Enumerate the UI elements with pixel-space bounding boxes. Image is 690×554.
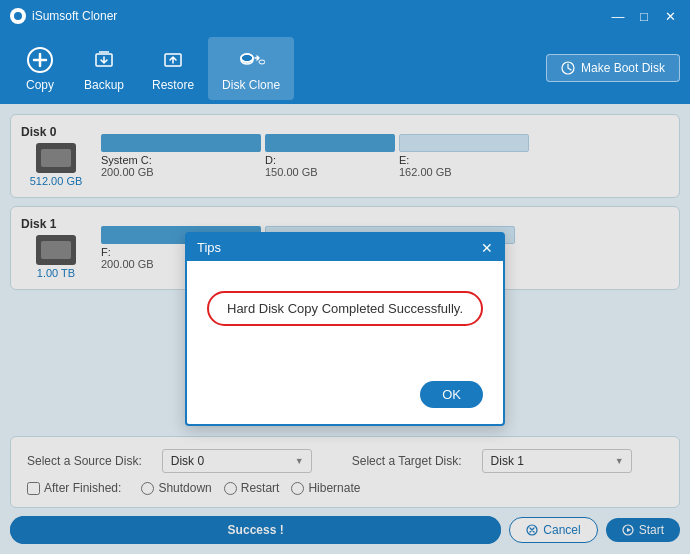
modal-footer: OK [187, 381, 503, 424]
toolbar-restore[interactable]: Restore [138, 37, 208, 100]
ok-button[interactable]: OK [420, 381, 483, 408]
toolbar: Copy Backup Restore [0, 32, 690, 104]
maximize-button[interactable]: □ [634, 6, 654, 26]
toolbar-copy[interactable]: Copy [10, 37, 70, 100]
svg-point-7 [259, 60, 265, 64]
toolbar-backup[interactable]: Backup [70, 37, 138, 100]
window-controls: — □ ✕ [608, 6, 680, 26]
disk-clone-icon [236, 45, 266, 75]
tips-modal: Tips ✕ Hard Disk Copy Completed Successf… [185, 232, 505, 426]
disk-clone-label: Disk Clone [222, 78, 280, 92]
modal-header: Tips ✕ [187, 234, 503, 261]
close-button[interactable]: ✕ [660, 6, 680, 26]
minimize-button[interactable]: — [608, 6, 628, 26]
svg-point-0 [14, 12, 22, 20]
backup-label: Backup [84, 78, 124, 92]
restore-icon [158, 45, 188, 75]
modal-message: Hard Disk Copy Completed Successfully. [207, 291, 483, 326]
copy-label: Copy [26, 78, 54, 92]
title-bar: iSumsoft Cloner — □ ✕ [0, 0, 690, 32]
make-boot-icon [561, 61, 575, 75]
modal-body: Hard Disk Copy Completed Successfully. [187, 261, 503, 381]
modal-title: Tips [197, 240, 221, 255]
app-title: iSumsoft Cloner [32, 9, 608, 23]
make-boot-label: Make Boot Disk [581, 61, 665, 75]
main-content: Disk 0 512.00 GB System C: 200.00 GB D: … [0, 104, 690, 554]
make-boot-button[interactable]: Make Boot Disk [546, 54, 680, 82]
restore-label: Restore [152, 78, 194, 92]
backup-icon [89, 45, 119, 75]
app-icon [10, 8, 26, 24]
toolbar-disk-clone[interactable]: Disk Clone [208, 37, 294, 100]
modal-close-button[interactable]: ✕ [481, 241, 493, 255]
copy-icon [25, 45, 55, 75]
modal-overlay: Tips ✕ Hard Disk Copy Completed Successf… [0, 104, 690, 554]
